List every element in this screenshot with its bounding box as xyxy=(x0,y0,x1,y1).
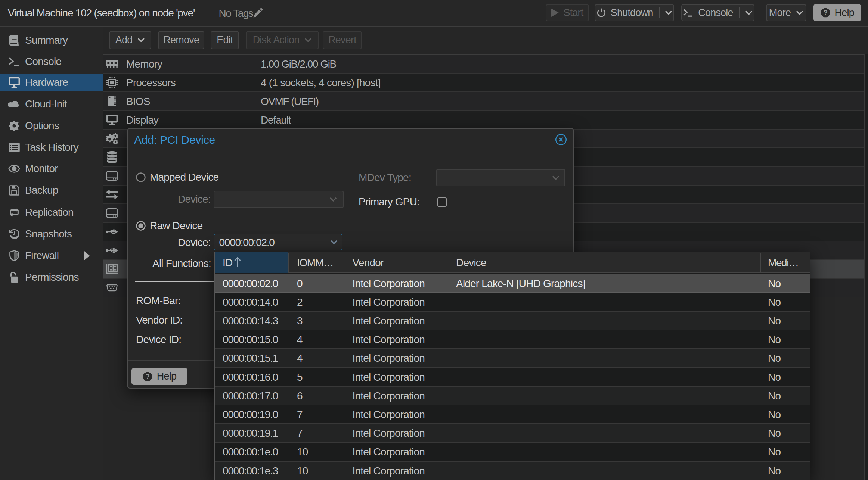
svg-text:?: ? xyxy=(823,9,827,16)
svg-text:?: ? xyxy=(145,373,149,380)
